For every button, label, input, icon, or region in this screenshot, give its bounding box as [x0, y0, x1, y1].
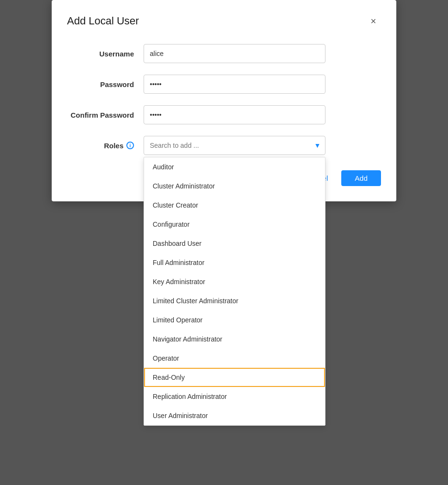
- role-item-cluster-creator[interactable]: Cluster Creator: [144, 196, 325, 215]
- roles-row: Roles i ▼ Auditor Cluster Administrator …: [67, 136, 381, 155]
- close-button[interactable]: ×: [366, 13, 381, 29]
- username-label: Username: [67, 50, 144, 58]
- role-item-key-admin[interactable]: Key Administrator: [144, 272, 325, 291]
- password-label: Password: [67, 80, 144, 88]
- roles-search-input[interactable]: [144, 136, 325, 155]
- confirm-password-label: Confirm Password: [67, 111, 144, 119]
- role-item-replication-admin[interactable]: Replication Administrator: [144, 387, 325, 406]
- confirm-password-row: Confirm Password: [67, 105, 381, 124]
- confirm-password-input[interactable]: [144, 105, 325, 124]
- role-item-cluster-admin[interactable]: Cluster Administrator: [144, 176, 325, 196]
- role-item-full-admin[interactable]: Full Administrator: [144, 253, 325, 272]
- dialog-overlay: Add Local User × Username Password Confi…: [0, 0, 448, 485]
- dialog-header: Add Local User ×: [67, 13, 381, 29]
- username-input[interactable]: [144, 44, 325, 63]
- role-item-configurator[interactable]: Configurator: [144, 215, 325, 234]
- role-item-navigator-admin[interactable]: Navigator Administrator: [144, 330, 325, 349]
- role-item-limited-cluster-admin[interactable]: Limited Cluster Administrator: [144, 291, 325, 310]
- role-item-read-only[interactable]: Read-Only: [144, 368, 325, 387]
- roles-info-icon[interactable]: i: [126, 142, 134, 149]
- username-row: Username: [67, 44, 381, 63]
- role-item-limited-operator[interactable]: Limited Operator: [144, 310, 325, 330]
- add-button[interactable]: Add: [341, 170, 381, 186]
- roles-dropdown-menu: Auditor Cluster Administrator Cluster Cr…: [144, 157, 325, 426]
- role-item-dashboard-user[interactable]: Dashboard User: [144, 234, 325, 253]
- password-row: Password: [67, 75, 381, 94]
- roles-label: Roles: [104, 142, 123, 150]
- password-input[interactable]: [144, 75, 325, 94]
- role-item-operator[interactable]: Operator: [144, 349, 325, 368]
- roles-dropdown-wrapper: ▼ Auditor Cluster Administrator Cluster …: [144, 136, 325, 155]
- roles-label-container: Roles i: [67, 142, 144, 150]
- role-item-auditor[interactable]: Auditor: [144, 157, 325, 176]
- add-local-user-dialog: Add Local User × Username Password Confi…: [52, 0, 396, 201]
- role-item-user-admin[interactable]: User Administrator: [144, 406, 325, 425]
- dialog-title: Add Local User: [67, 15, 139, 27]
